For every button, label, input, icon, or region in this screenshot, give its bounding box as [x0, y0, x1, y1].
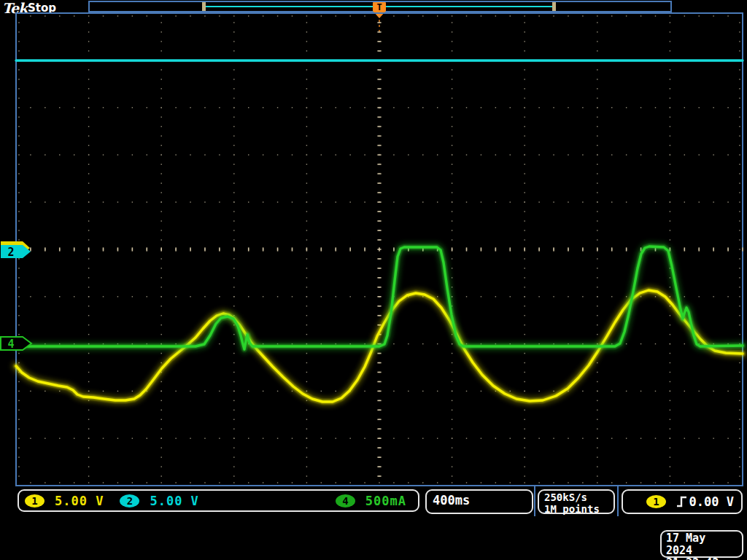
- ch4-scale-readout: 500mA: [365, 494, 406, 508]
- view-bracket-right: [552, 2, 556, 11]
- trigger-level-readout: 0.00 V: [689, 494, 734, 509]
- view-bracket-left: [202, 2, 206, 11]
- ch4-marker-label: 4: [7, 338, 14, 351]
- horizontal-readout-box: 400ms: [425, 489, 533, 514]
- channel-readouts-box: 1 5.00 V 2 5.00 V 4 500mA: [18, 489, 419, 512]
- ch2-badge: 2: [120, 494, 139, 508]
- rising-edge-slope-icon: [676, 495, 688, 508]
- readout-separator: [534, 486, 535, 516]
- date-readout: 17 May 2024: [666, 532, 738, 557]
- trigger-position-marker: T: [373, 2, 386, 34]
- record-length-readout: 1M points: [544, 503, 608, 515]
- oscilloscope-screen: { "header": { "logo": "Tek", "status": "…: [0, 0, 747, 560]
- ch1-badge: 1: [25, 494, 44, 508]
- readout-separator: [617, 486, 619, 516]
- trigger-readout-box: 1 0.00 V: [622, 489, 743, 514]
- datetime-box: 17 May 2024 21:23:43: [660, 530, 743, 558]
- scope-display: T 2 4: [0, 0, 747, 560]
- time-readout: 21:23:43: [666, 557, 738, 560]
- waveform-plot: [16, 15, 743, 483]
- ch1-scale-readout: 5.00 V: [55, 494, 104, 508]
- graticule-dots: [18, 15, 743, 483]
- sample-rate-readout: 250kS/s: [544, 491, 608, 503]
- ch2-scale-readout: 5.00 V: [150, 494, 198, 508]
- ch4-badge: 4: [336, 494, 355, 508]
- trigger-source-badge: 1: [646, 495, 666, 508]
- trigger-flag-label: T: [376, 2, 382, 12]
- timebase-readout: 400ms: [433, 493, 470, 508]
- ch2-marker-label: 2: [7, 246, 14, 259]
- acquisition-readout-box: 250kS/s 1M points: [538, 489, 615, 514]
